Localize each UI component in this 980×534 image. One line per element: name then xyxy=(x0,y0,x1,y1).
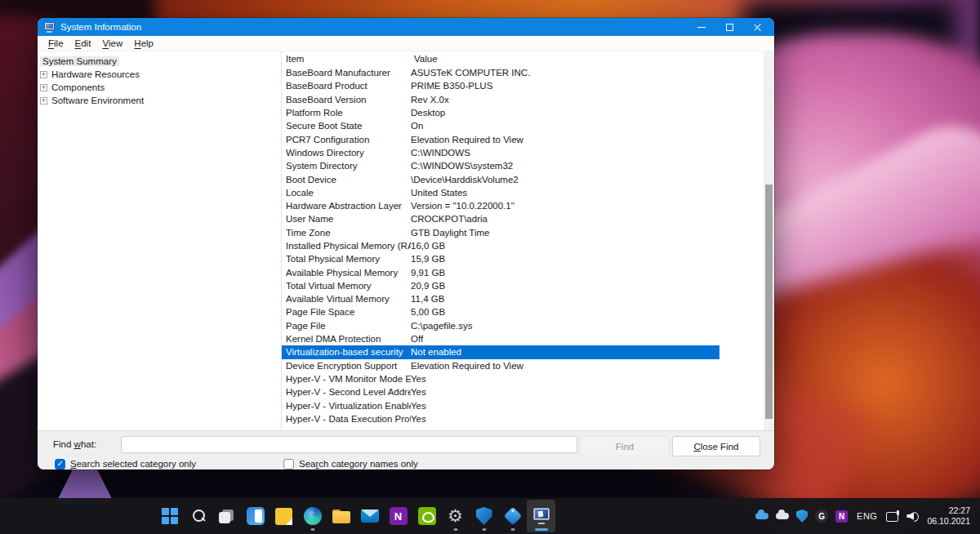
close-icon xyxy=(753,23,762,32)
table-row[interactable]: Hardware Abstraction LayerVersion = "10.… xyxy=(282,199,719,212)
language-indicator[interactable]: ENG xyxy=(855,511,879,521)
table-header: Item Value xyxy=(282,51,774,66)
file-explorer-button[interactable] xyxy=(327,500,355,532)
search-selected-category-checkbox[interactable] xyxy=(55,459,65,469)
maximize-button[interactable] xyxy=(715,19,743,35)
table-row[interactable]: Secure Boot StateOn xyxy=(282,119,719,132)
volume-icon[interactable] xyxy=(906,510,920,522)
close-button[interactable] xyxy=(743,19,771,35)
table-row[interactable]: BaseBoard ManufacturerASUSTeK COMPUTER I… xyxy=(282,66,719,79)
table-row[interactable]: System DirectoryC:\WINDOWS\system32 xyxy=(282,159,719,172)
security-shield-icon xyxy=(476,507,492,525)
table-row[interactable]: User NameCROCKPOT\adria xyxy=(282,212,719,225)
menu-item[interactable]: Edit xyxy=(69,36,97,51)
table-row[interactable]: Installed Physical Memory (RAM)16,0 GB xyxy=(282,239,719,252)
table-row[interactable]: Total Physical Memory15,9 GB xyxy=(282,252,719,265)
table-row[interactable]: BaseBoard ProductPRIME B350-PLUS xyxy=(282,79,719,92)
menu-item[interactable]: Help xyxy=(128,36,159,51)
table-row[interactable]: BaseBoard VersionRev X.0x xyxy=(282,93,719,106)
network-icon[interactable] xyxy=(886,510,899,522)
table-row[interactable]: Available Virtual Memory11,4 GB xyxy=(282,292,719,305)
blue-gem-app-button[interactable] xyxy=(498,500,527,532)
system-information-taskbar-button[interactable] xyxy=(527,500,555,532)
details-pane: Item Value BaseBoard ManufacturerASUSTeK… xyxy=(282,51,774,430)
windows-security-tray-icon[interactable]: ✓ xyxy=(796,510,808,523)
notion-tray-icon[interactable]: N xyxy=(835,510,848,523)
windows-security-button[interactable] xyxy=(470,500,498,532)
table-row[interactable]: Hyper-V - Second Level Addres...Yes xyxy=(282,385,719,398)
search-category-names-label: Search category names only xyxy=(299,459,418,469)
column-header-value: Value xyxy=(414,54,438,64)
search-button[interactable] xyxy=(184,500,212,532)
find-what-label: Find what: xyxy=(53,439,121,449)
table-row[interactable]: Hyper-V - VM Monitor Mode E...Yes xyxy=(282,372,719,385)
table-row[interactable]: Boot Device\Device\HarddiskVolume2 xyxy=(282,172,719,185)
onenote-icon: N xyxy=(390,507,408,525)
start-button[interactable] xyxy=(155,500,184,532)
table-row[interactable]: Total Virtual Memory20,9 GB xyxy=(282,279,719,292)
table-row[interactable]: Virtualization-based securityNot enabled xyxy=(282,345,719,358)
expand-plus-icon[interactable]: + xyxy=(40,71,47,78)
tree-item[interactable]: System Summary xyxy=(40,55,281,68)
expand-plus-icon[interactable]: + xyxy=(40,97,47,105)
menu-bar: File Edit View Help xyxy=(38,36,774,51)
table-row[interactable]: Device Encryption SupportElevation Requi… xyxy=(282,359,719,372)
system-information-icon xyxy=(532,508,550,524)
find-input[interactable] xyxy=(121,436,577,453)
table-row[interactable]: Time ZoneGTB Daylight Time xyxy=(282,226,719,239)
taskbar: N ⚙ ✓ G N ENG 22:27 06.10.2021 xyxy=(0,498,980,534)
mail-icon xyxy=(361,510,379,523)
date: 06.10.2021 xyxy=(927,516,970,527)
tree-item[interactable]: +Components xyxy=(40,81,281,94)
table-row[interactable]: Platform RoleDesktop xyxy=(282,106,719,119)
onenote-button[interactable]: N xyxy=(384,500,412,532)
table-row[interactable]: Windows DirectoryC:\WINDOWS xyxy=(282,146,719,159)
minimize-button[interactable] xyxy=(688,19,715,35)
settings-gear-icon: ⚙ xyxy=(448,507,463,525)
active-app-indicator xyxy=(535,528,548,531)
scrollbar-thumb[interactable] xyxy=(765,185,773,419)
title-bar[interactable]: System Information xyxy=(38,18,774,36)
tree-item[interactable]: +Hardware Resources xyxy=(40,68,281,81)
table-rows: BaseBoard ManufacturerASUSTeK COMPUTER I… xyxy=(282,66,764,430)
file-explorer-icon xyxy=(332,510,350,523)
mail-button[interactable] xyxy=(355,500,384,532)
table-row[interactable]: PCR7 ConfigurationElevation Required to … xyxy=(282,132,719,145)
running-indicator xyxy=(510,528,514,531)
menu-item[interactable]: View xyxy=(96,36,128,51)
running-indicator xyxy=(453,528,457,531)
expand-plus-icon[interactable]: + xyxy=(40,84,47,91)
nvidia-button[interactable] xyxy=(412,500,441,532)
minimize-icon xyxy=(697,27,706,28)
onedrive-cloud-icon[interactable] xyxy=(755,513,768,519)
blue-gem-icon xyxy=(503,507,522,526)
cloud-white-icon[interactable] xyxy=(776,513,789,519)
search-icon xyxy=(190,508,207,524)
close-find-button[interactable]: Close Find xyxy=(672,436,760,456)
settings-button[interactable]: ⚙ xyxy=(441,500,470,532)
table-row[interactable]: Hyper-V - Virtualization Enable...Yes xyxy=(282,398,719,412)
time: 22:27 xyxy=(927,505,970,516)
table-row[interactable]: Page File Space5,00 GB xyxy=(282,305,719,318)
tree-item[interactable]: +Software Environment xyxy=(40,94,281,107)
search-selected-category-label: Search selected category only xyxy=(70,459,196,469)
nvidia-icon xyxy=(418,507,436,525)
widgets-button[interactable] xyxy=(241,500,270,532)
sticky-notes-icon xyxy=(275,508,292,525)
sticky-notes-button[interactable] xyxy=(270,500,298,532)
find-button[interactable]: Find xyxy=(580,436,670,456)
menu-item[interactable]: File xyxy=(42,36,69,51)
vertical-scrollbar[interactable] xyxy=(764,51,774,430)
table-row[interactable]: Available Physical Memory9,91 GB xyxy=(282,265,719,278)
table-row[interactable]: Page FileC:\pagefile.sys xyxy=(282,319,719,332)
table-row[interactable]: LocaleUnited States xyxy=(282,186,719,199)
search-category-names-checkbox[interactable] xyxy=(283,459,294,469)
clock[interactable]: 22:27 06.10.2021 xyxy=(927,505,970,527)
table-row[interactable]: Kernel DMA ProtectionOff xyxy=(282,332,719,345)
task-view-icon xyxy=(218,508,236,524)
g-app-tray-icon[interactable]: G xyxy=(815,510,828,523)
table-row[interactable]: Hyper-V - Data Execution Prote...Yes xyxy=(282,412,719,425)
task-view-button[interactable] xyxy=(212,500,241,532)
system-information-app-icon xyxy=(44,22,56,32)
edge-button[interactable] xyxy=(298,500,327,532)
